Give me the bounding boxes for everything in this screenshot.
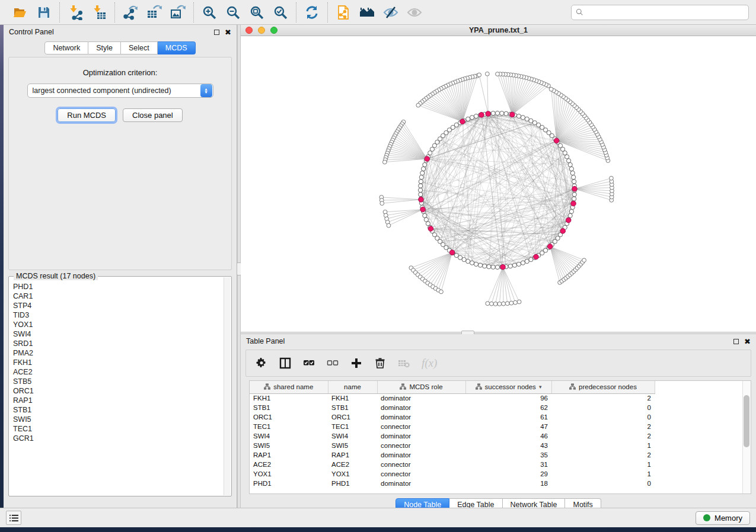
close-window-icon[interactable]	[245, 27, 253, 34]
shared-column-icon	[569, 383, 576, 391]
toolbar-group	[296, 2, 327, 23]
search-input[interactable]	[586, 8, 744, 17]
search-area	[571, 5, 749, 20]
selected-criterion: largest connected component (undirected)	[28, 86, 200, 95]
column-header-predecessor-nodes[interactable]: predecessor nodes	[551, 381, 655, 393]
table-row[interactable]: FKH1FKH1dominator962	[250, 393, 744, 403]
mcds-result-item[interactable]: ORC1	[9, 386, 224, 396]
toolbar-group	[193, 2, 296, 23]
import-table-icon[interactable]	[90, 4, 108, 21]
mcds-result-item[interactable]: STB5	[9, 377, 224, 386]
table-options-icon[interactable]	[256, 357, 267, 369]
mcds-result-item[interactable]: YOX1	[9, 320, 224, 329]
zoom-fit-icon[interactable]	[248, 4, 266, 21]
table-scrollbar[interactable]	[742, 381, 751, 493]
memory-button[interactable]: Memory	[696, 511, 750, 525]
mcds-result-item[interactable]: PHD1	[9, 282, 224, 291]
hide-selected-icon[interactable]	[382, 4, 400, 21]
memory-status-icon	[703, 514, 710, 521]
select-all-icon[interactable]	[303, 357, 315, 369]
run-mcds-button[interactable]: Run MCDS	[58, 108, 116, 122]
mcds-result-scrollbar[interactable]	[224, 277, 231, 495]
tab-mcds[interactable]: MCDS	[158, 41, 196, 55]
table-toolbar: f(x)	[245, 350, 751, 377]
function-builder-icon[interactable]: f(x)	[422, 357, 437, 370]
column-header-MCDS-role[interactable]: MCDS role	[377, 381, 465, 393]
tab-style[interactable]: Style	[88, 41, 121, 55]
table-row[interactable]: STB1STB1dominator620	[250, 403, 744, 412]
float-panel-icon[interactable]	[214, 30, 219, 35]
refresh-layout-icon[interactable]	[303, 4, 321, 21]
mcds-result-item[interactable]: ACE2	[9, 367, 224, 377]
table-row[interactable]: SWI5SWI5connector431	[250, 441, 744, 450]
show-hidden-icon[interactable]	[406, 4, 423, 21]
float-table-panel-icon[interactable]	[733, 339, 739, 344]
mcds-result-item[interactable]: TID3	[9, 310, 224, 320]
close-panel-button[interactable]: Close panel	[123, 108, 183, 122]
task-history-button[interactable]	[6, 511, 21, 525]
control-panel: Control Panel ✖ NetworkStyleSelectMCDS O…	[4, 25, 237, 508]
tab-network[interactable]: Network	[44, 41, 88, 55]
tab-select[interactable]: Select	[121, 41, 158, 55]
share-document-icon[interactable]	[334, 4, 352, 21]
table-row[interactable]: ORC1ORC1dominator610	[250, 412, 744, 422]
optimization-criterion-select[interactable]: largest connected component (undirected)…	[27, 84, 213, 98]
mcds-result-item[interactable]: TEC1	[9, 424, 224, 434]
zoom-out-icon[interactable]	[224, 4, 242, 21]
minimize-window-icon[interactable]	[258, 27, 265, 34]
mcds-result-item[interactable]: RAP1	[9, 396, 224, 405]
table-row[interactable]: YOX1YOX1connector291	[250, 469, 744, 479]
export-table-icon[interactable]	[145, 4, 163, 21]
control-panel-tabs: NetworkStyleSelectMCDS	[44, 41, 195, 55]
mcds-result-item[interactable]: STB1	[9, 405, 224, 415]
add-column-icon[interactable]	[350, 357, 362, 369]
shared-column-icon	[476, 383, 482, 391]
column-header-successor-nodes[interactable]: successor nodes▾	[465, 381, 551, 393]
table-row[interactable]: SWI4SWI4dominator462	[250, 431, 744, 441]
memory-label: Memory	[714, 514, 742, 523]
delete-table-icon[interactable]	[398, 357, 410, 369]
table-row[interactable]: TEC1TEC1connector472	[250, 422, 744, 431]
mcds-result-item[interactable]: FKH1	[9, 358, 224, 367]
mcds-result-box: MCDS result (17 nodes) PHD1CAR1STP4TID3Y…	[8, 276, 232, 496]
optimization-criterion-label: Optimization criterion:	[9, 68, 231, 77]
toggle-panes-icon[interactable]	[279, 357, 291, 369]
table-scrollbar-thumb[interactable]	[744, 395, 749, 447]
mcds-panel: Optimization criterion: largest connecte…	[8, 57, 232, 270]
close-table-panel-icon[interactable]: ✖	[744, 338, 751, 345]
table-row[interactable]: ACE2ACE2connector311	[250, 460, 744, 469]
search-box[interactable]	[571, 5, 749, 20]
network-view[interactable]	[241, 36, 756, 331]
table-row[interactable]: PHD1PHD1dominator180	[250, 479, 744, 488]
column-header-name[interactable]: name	[328, 381, 377, 393]
column-header-shared-name[interactable]: shared name	[250, 381, 328, 393]
mcds-result-item[interactable]: SRD1	[9, 339, 224, 348]
mcds-result-item[interactable]: SWI4	[9, 329, 224, 339]
mcds-result-list: PHD1CAR1STP4TID3YOX1SWI4SRD1PMA2FKH1ACE2…	[9, 277, 224, 495]
network-titlebar[interactable]: YPA_prune.txt_1	[241, 25, 756, 36]
search-icon	[576, 8, 583, 16]
mcds-result-item[interactable]: SWI5	[9, 415, 224, 424]
delete-column-icon[interactable]	[374, 357, 386, 369]
status-bar: Memory	[0, 508, 756, 527]
zoom-selected-icon[interactable]	[272, 4, 289, 21]
toolbar-group	[114, 2, 193, 23]
export-network-icon[interactable]	[122, 4, 139, 21]
close-panel-icon[interactable]: ✖	[225, 28, 231, 36]
deselect-all-icon[interactable]	[327, 357, 339, 369]
save-session-icon[interactable]	[35, 4, 53, 21]
toolbar-group	[5, 4, 59, 21]
import-network-icon[interactable]	[66, 4, 84, 21]
mcds-result-item[interactable]: GCR1	[9, 434, 224, 443]
mcds-result-item[interactable]: CAR1	[9, 291, 224, 301]
maximize-window-icon[interactable]	[270, 27, 277, 34]
open-file-icon[interactable]	[11, 4, 29, 21]
mcds-result-item[interactable]: PMA2	[9, 348, 224, 358]
home-view-icon[interactable]	[358, 4, 376, 21]
table-row[interactable]: RAP1RAP1dominator352	[250, 450, 744, 460]
mcds-result-item[interactable]: STP4	[9, 301, 224, 310]
zoom-in-icon[interactable]	[200, 4, 218, 21]
export-image-icon[interactable]	[169, 4, 187, 21]
list-icon	[9, 514, 18, 522]
toolbar-group	[59, 2, 114, 23]
